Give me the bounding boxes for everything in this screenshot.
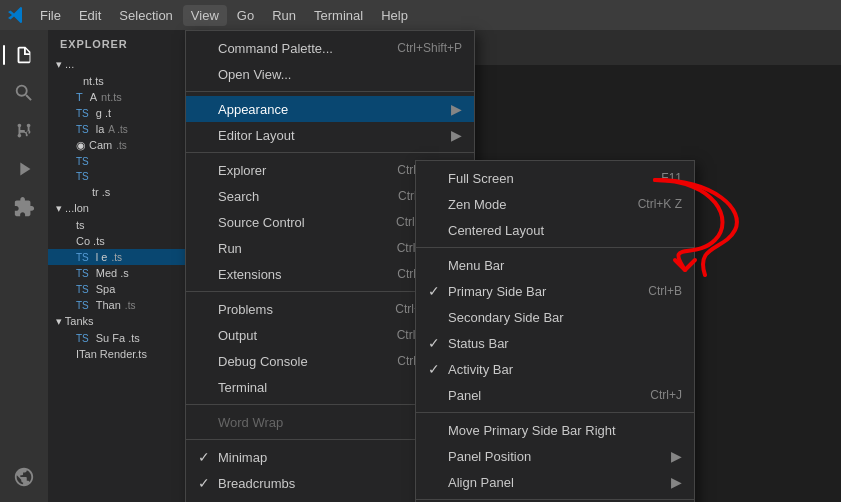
run-activity-icon[interactable] bbox=[7, 152, 41, 186]
appearance-move-sidebar[interactable]: Move Primary Side Bar Right bbox=[416, 417, 694, 443]
menu-file[interactable]: File bbox=[32, 5, 69, 26]
appearance-zen-mode[interactable]: Zen Mode Ctrl+K Z bbox=[416, 191, 694, 217]
item-label: Debug Console bbox=[218, 354, 377, 369]
explorer-title: EXPLORER bbox=[48, 30, 188, 54]
check-col: ✓ bbox=[428, 361, 448, 377]
tree-item[interactable]: TAnt.ts bbox=[48, 89, 188, 105]
view-appearance[interactable]: Appearance ▶ bbox=[186, 96, 474, 122]
submenu-arrow-icon: ▶ bbox=[671, 448, 682, 464]
menu-help[interactable]: Help bbox=[373, 5, 416, 26]
remote-activity-icon[interactable] bbox=[7, 460, 41, 494]
appearance-centered-layout[interactable]: Centered Layout bbox=[416, 217, 694, 243]
tree-item[interactable]: Co .ts bbox=[48, 233, 188, 249]
item-label: Panel bbox=[448, 388, 630, 403]
shortcut: F11 bbox=[661, 171, 682, 185]
tree-item[interactable]: TSMed .s bbox=[48, 265, 188, 281]
submenu-arrow-icon: ▶ bbox=[671, 474, 682, 490]
item-label: Terminal bbox=[218, 380, 412, 395]
item-label: Activity Bar bbox=[448, 362, 682, 377]
item-label: Zen Mode bbox=[448, 197, 618, 212]
appearance-primary-sidebar[interactable]: ✓ Primary Side Bar Ctrl+B bbox=[416, 278, 694, 304]
submenu-arrow: ▶ bbox=[451, 101, 462, 117]
check-col: ✓ bbox=[198, 475, 218, 491]
appearance-submenu: Full Screen F11 Zen Mode Ctrl+K Z Center… bbox=[415, 160, 695, 502]
view-editor-layout[interactable]: Editor Layout ▶ bbox=[186, 122, 474, 148]
item-label: Command Palette... bbox=[218, 41, 377, 56]
appearance-menu-bar[interactable]: Menu Bar bbox=[416, 252, 694, 278]
tree-item[interactable]: TSSu Fa .ts bbox=[48, 330, 188, 346]
item-label: Run bbox=[218, 241, 377, 256]
item-label: Move Primary Side Bar Right bbox=[448, 423, 682, 438]
item-label: Menu Bar bbox=[448, 258, 682, 273]
item-label: Explorer bbox=[218, 163, 377, 178]
file-explorer-sidebar: EXPLORER ▾ ... nt.ts TAnt.ts TSg .t TSla… bbox=[48, 30, 188, 502]
tree-item[interactable]: TSl e.ts bbox=[48, 249, 188, 265]
view-command-palette[interactable]: Command Palette... Ctrl+Shift+P bbox=[186, 35, 474, 61]
appearance-align-panel[interactable]: Align Panel ▶ bbox=[416, 469, 694, 495]
title-bar: File Edit Selection View Go Run Terminal… bbox=[0, 0, 841, 30]
tree-item[interactable]: ◉ Cam.ts bbox=[48, 137, 188, 154]
menu-separator bbox=[186, 152, 474, 153]
item-label: Status Bar bbox=[448, 336, 682, 351]
tree-item[interactable]: ▾ ...lon bbox=[48, 200, 188, 217]
tree-item[interactable]: TSThan.ts bbox=[48, 297, 188, 313]
item-label: Problems bbox=[218, 302, 375, 317]
tree-item[interactable]: tr .s bbox=[48, 184, 188, 200]
tree-item[interactable]: TS bbox=[48, 154, 188, 169]
check-col: ✓ bbox=[428, 283, 448, 299]
item-label: Output bbox=[218, 328, 377, 343]
file-tree: ▾ ... nt.ts TAnt.ts TSg .t TSlaA .ts ◉ C… bbox=[48, 54, 188, 364]
search-activity-icon[interactable] bbox=[7, 76, 41, 110]
shortcut: Ctrl+K Z bbox=[638, 197, 682, 211]
view-open-view[interactable]: Open View... bbox=[186, 61, 474, 87]
tree-item[interactable]: TS bbox=[48, 169, 188, 184]
item-label: Secondary Side Bar bbox=[448, 310, 682, 325]
explorer-activity-icon[interactable] bbox=[7, 38, 41, 72]
tree-item[interactable]: TSg .t bbox=[48, 105, 188, 121]
item-label: Open View... bbox=[218, 67, 462, 82]
check-col: ✓ bbox=[198, 449, 218, 465]
appearance-panel-position[interactable]: Panel Position ▶ bbox=[416, 443, 694, 469]
tree-item[interactable]: TSSpa bbox=[48, 281, 188, 297]
item-label: Extensions bbox=[218, 267, 377, 282]
extensions-activity-icon[interactable] bbox=[7, 190, 41, 224]
item-label: Editor Layout bbox=[218, 128, 443, 143]
source-control-activity-icon[interactable] bbox=[7, 114, 41, 148]
menu-bar: File Edit Selection View Go Run Terminal… bbox=[32, 5, 416, 26]
tree-item[interactable]: TSlaA .ts bbox=[48, 121, 188, 137]
menu-separator bbox=[416, 412, 694, 413]
tree-item[interactable]: ts bbox=[48, 217, 188, 233]
menu-view[interactable]: View bbox=[183, 5, 227, 26]
menu-separator bbox=[416, 499, 694, 500]
menu-separator bbox=[186, 91, 474, 92]
submenu-arrow: ▶ bbox=[451, 127, 462, 143]
item-label: Align Panel bbox=[448, 475, 663, 490]
vscode-logo-icon bbox=[8, 7, 24, 23]
item-label: Centered Layout bbox=[448, 223, 682, 238]
activity-bar bbox=[0, 30, 48, 502]
item-label: Word Wrap bbox=[218, 415, 414, 430]
menu-edit[interactable]: Edit bbox=[71, 5, 109, 26]
menu-selection[interactable]: Selection bbox=[111, 5, 180, 26]
appearance-activity-bar[interactable]: ✓ Activity Bar bbox=[416, 356, 694, 382]
tree-item[interactable]: ▾ Tanks bbox=[48, 313, 188, 330]
tree-item[interactable]: ▾ ... bbox=[48, 56, 188, 73]
item-label: Appearance bbox=[218, 102, 443, 117]
item-label: Primary Side Bar bbox=[448, 284, 628, 299]
appearance-secondary-sidebar[interactable]: Secondary Side Bar bbox=[416, 304, 694, 330]
item-label: Panel Position bbox=[448, 449, 663, 464]
menu-run[interactable]: Run bbox=[264, 5, 304, 26]
item-label: Full Screen bbox=[448, 171, 641, 186]
appearance-status-bar[interactable]: ✓ Status Bar bbox=[416, 330, 694, 356]
item-label: Search bbox=[218, 189, 378, 204]
appearance-panel[interactable]: Panel Ctrl+J bbox=[416, 382, 694, 408]
check-col: ✓ bbox=[428, 335, 448, 351]
tree-item[interactable]: ITan Render.ts bbox=[48, 346, 188, 362]
shortcut: Ctrl+B bbox=[648, 284, 682, 298]
menu-terminal[interactable]: Terminal bbox=[306, 5, 371, 26]
tree-item[interactable]: nt.ts bbox=[48, 73, 188, 89]
menu-go[interactable]: Go bbox=[229, 5, 262, 26]
shortcut: Ctrl+J bbox=[650, 388, 682, 402]
appearance-fullscreen[interactable]: Full Screen F11 bbox=[416, 165, 694, 191]
item-label: Source Control bbox=[218, 215, 376, 230]
